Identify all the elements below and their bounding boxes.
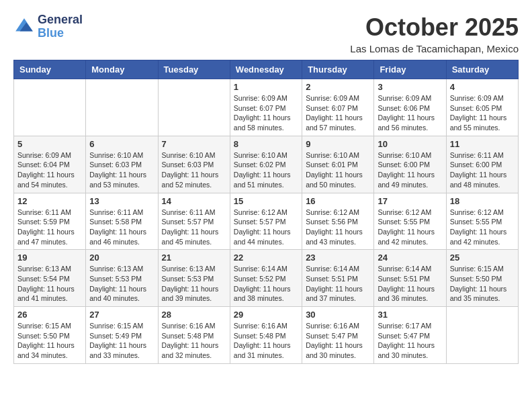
calendar-cell: 28Sunrise: 6:16 AM Sunset: 5:48 PM Dayli…	[158, 307, 230, 364]
day-number: 22	[234, 253, 298, 263]
logo-line2: Blue	[38, 27, 83, 40]
day-info: Sunrise: 6:13 AM Sunset: 5:53 PM Dayligh…	[89, 264, 154, 304]
calendar-cell: 5Sunrise: 6:09 AM Sunset: 6:04 PM Daylig…	[14, 136, 86, 193]
day-number: 29	[234, 310, 298, 320]
calendar-cell: 18Sunrise: 6:12 AM Sunset: 5:55 PM Dayli…	[446, 193, 518, 250]
calendar-cell	[446, 307, 518, 364]
day-info: Sunrise: 6:16 AM Sunset: 5:48 PM Dayligh…	[162, 321, 226, 361]
day-number: 1	[234, 82, 298, 92]
day-info: Sunrise: 6:15 AM Sunset: 5:49 PM Dayligh…	[89, 321, 154, 361]
day-number: 4	[450, 82, 515, 92]
day-info: Sunrise: 6:12 AM Sunset: 5:56 PM Dayligh…	[306, 208, 370, 247]
day-info: Sunrise: 6:10 AM Sunset: 6:03 PM Dayligh…	[89, 150, 154, 190]
week-row-4: 19Sunrise: 6:13 AM Sunset: 5:54 PM Dayli…	[14, 250, 519, 307]
calendar-cell: 9Sunrise: 6:10 AM Sunset: 6:01 PM Daylig…	[302, 136, 374, 193]
weekday-header-tuesday: Tuesday	[158, 60, 230, 79]
calendar-cell: 7Sunrise: 6:10 AM Sunset: 6:03 PM Daylig…	[158, 136, 230, 193]
calendar-table: SundayMondayTuesdayWednesdayThursdayFrid…	[13, 60, 519, 364]
day-info: Sunrise: 6:12 AM Sunset: 5:55 PM Dayligh…	[450, 208, 515, 247]
day-number: 25	[450, 253, 515, 263]
day-info: Sunrise: 6:10 AM Sunset: 6:02 PM Dayligh…	[234, 150, 298, 190]
day-number: 3	[378, 82, 442, 92]
calendar-cell: 22Sunrise: 6:14 AM Sunset: 5:52 PM Dayli…	[230, 250, 302, 307]
week-row-2: 5Sunrise: 6:09 AM Sunset: 6:04 PM Daylig…	[14, 136, 519, 193]
weekday-header-friday: Friday	[374, 60, 446, 79]
calendar-cell: 13Sunrise: 6:11 AM Sunset: 5:58 PM Dayli…	[86, 193, 158, 250]
day-info: Sunrise: 6:11 AM Sunset: 6:00 PM Dayligh…	[450, 150, 515, 190]
calendar-cell: 8Sunrise: 6:10 AM Sunset: 6:02 PM Daylig…	[230, 136, 302, 193]
day-number: 30	[306, 310, 370, 320]
calendar-cell	[158, 79, 230, 136]
logo: General Blue	[13, 13, 83, 40]
day-number: 5	[17, 139, 82, 149]
day-number: 17	[378, 196, 442, 206]
day-number: 14	[162, 196, 226, 206]
day-number: 10	[378, 139, 442, 149]
day-number: 8	[234, 139, 298, 149]
day-number: 16	[306, 196, 370, 206]
day-info: Sunrise: 6:14 AM Sunset: 5:52 PM Dayligh…	[234, 264, 298, 304]
day-number: 13	[89, 196, 154, 206]
day-info: Sunrise: 6:09 AM Sunset: 6:07 PM Dayligh…	[306, 93, 370, 133]
logo-icon	[13, 16, 35, 38]
day-number: 20	[89, 253, 154, 263]
calendar-cell: 14Sunrise: 6:11 AM Sunset: 5:57 PM Dayli…	[158, 193, 230, 250]
day-info: Sunrise: 6:10 AM Sunset: 6:01 PM Dayligh…	[306, 150, 370, 190]
day-info: Sunrise: 6:09 AM Sunset: 6:05 PM Dayligh…	[450, 93, 515, 133]
calendar-cell: 11Sunrise: 6:11 AM Sunset: 6:00 PM Dayli…	[446, 136, 518, 193]
month-title: October 2025	[350, 13, 519, 42]
day-number: 23	[306, 253, 370, 263]
calendar-cell: 24Sunrise: 6:14 AM Sunset: 5:51 PM Dayli…	[374, 250, 446, 307]
day-number: 27	[89, 310, 154, 320]
calendar-cell: 31Sunrise: 6:17 AM Sunset: 5:47 PM Dayli…	[374, 307, 446, 364]
calendar-cell: 19Sunrise: 6:13 AM Sunset: 5:54 PM Dayli…	[14, 250, 86, 307]
day-number: 12	[17, 196, 82, 206]
week-row-5: 26Sunrise: 6:15 AM Sunset: 5:50 PM Dayli…	[14, 307, 519, 364]
day-info: Sunrise: 6:09 AM Sunset: 6:07 PM Dayligh…	[234, 93, 298, 133]
day-number: 2	[306, 82, 370, 92]
day-info: Sunrise: 6:12 AM Sunset: 5:55 PM Dayligh…	[378, 208, 442, 247]
day-number: 26	[17, 310, 82, 320]
day-number: 15	[234, 196, 298, 206]
calendar-cell: 10Sunrise: 6:10 AM Sunset: 6:00 PM Dayli…	[374, 136, 446, 193]
day-number: 18	[450, 196, 515, 206]
day-info: Sunrise: 6:10 AM Sunset: 6:03 PM Dayligh…	[162, 150, 226, 190]
weekday-header-thursday: Thursday	[302, 60, 374, 79]
day-info: Sunrise: 6:10 AM Sunset: 6:00 PM Dayligh…	[378, 150, 442, 190]
day-info: Sunrise: 6:15 AM Sunset: 5:50 PM Dayligh…	[450, 264, 515, 304]
weekday-header-monday: Monday	[86, 60, 158, 79]
day-info: Sunrise: 6:14 AM Sunset: 5:51 PM Dayligh…	[378, 264, 442, 304]
day-number: 24	[378, 253, 442, 263]
week-row-3: 12Sunrise: 6:11 AM Sunset: 5:59 PM Dayli…	[14, 193, 519, 250]
day-number: 28	[162, 310, 226, 320]
calendar-cell: 21Sunrise: 6:13 AM Sunset: 5:53 PM Dayli…	[158, 250, 230, 307]
calendar-cell: 4Sunrise: 6:09 AM Sunset: 6:05 PM Daylig…	[446, 79, 518, 136]
day-info: Sunrise: 6:15 AM Sunset: 5:50 PM Dayligh…	[17, 321, 82, 361]
calendar-cell: 6Sunrise: 6:10 AM Sunset: 6:03 PM Daylig…	[86, 136, 158, 193]
calendar-cell: 25Sunrise: 6:15 AM Sunset: 5:50 PM Dayli…	[446, 250, 518, 307]
title-block: October 2025 Las Lomas de Tacamichapan, …	[350, 13, 519, 54]
weekday-header-saturday: Saturday	[446, 60, 518, 79]
logo-line1: General	[38, 13, 83, 27]
calendar-cell: 1Sunrise: 6:09 AM Sunset: 6:07 PM Daylig…	[230, 79, 302, 136]
day-info: Sunrise: 6:11 AM Sunset: 5:58 PM Dayligh…	[89, 208, 154, 247]
day-info: Sunrise: 6:09 AM Sunset: 6:06 PM Dayligh…	[378, 93, 442, 133]
day-info: Sunrise: 6:16 AM Sunset: 5:48 PM Dayligh…	[234, 321, 298, 361]
day-info: Sunrise: 6:13 AM Sunset: 5:53 PM Dayligh…	[162, 264, 226, 304]
calendar-cell: 2Sunrise: 6:09 AM Sunset: 6:07 PM Daylig…	[302, 79, 374, 136]
calendar-cell: 23Sunrise: 6:14 AM Sunset: 5:51 PM Dayli…	[302, 250, 374, 307]
calendar-cell: 20Sunrise: 6:13 AM Sunset: 5:53 PM Dayli…	[86, 250, 158, 307]
calendar-cell: 3Sunrise: 6:09 AM Sunset: 6:06 PM Daylig…	[374, 79, 446, 136]
day-number: 11	[450, 139, 515, 149]
day-info: Sunrise: 6:13 AM Sunset: 5:54 PM Dayligh…	[17, 264, 82, 304]
calendar-cell: 16Sunrise: 6:12 AM Sunset: 5:56 PM Dayli…	[302, 193, 374, 250]
page-header: General Blue October 2025 Las Lomas de T…	[13, 13, 519, 54]
weekday-header-row: SundayMondayTuesdayWednesdayThursdayFrid…	[14, 60, 519, 79]
calendar-cell: 30Sunrise: 6:16 AM Sunset: 5:47 PM Dayli…	[302, 307, 374, 364]
day-number: 21	[162, 253, 226, 263]
calendar-cell	[86, 79, 158, 136]
day-info: Sunrise: 6:11 AM Sunset: 5:59 PM Dayligh…	[17, 208, 82, 247]
calendar-cell: 12Sunrise: 6:11 AM Sunset: 5:59 PM Dayli…	[14, 193, 86, 250]
day-info: Sunrise: 6:11 AM Sunset: 5:57 PM Dayligh…	[162, 208, 226, 247]
calendar-cell: 17Sunrise: 6:12 AM Sunset: 5:55 PM Dayli…	[374, 193, 446, 250]
